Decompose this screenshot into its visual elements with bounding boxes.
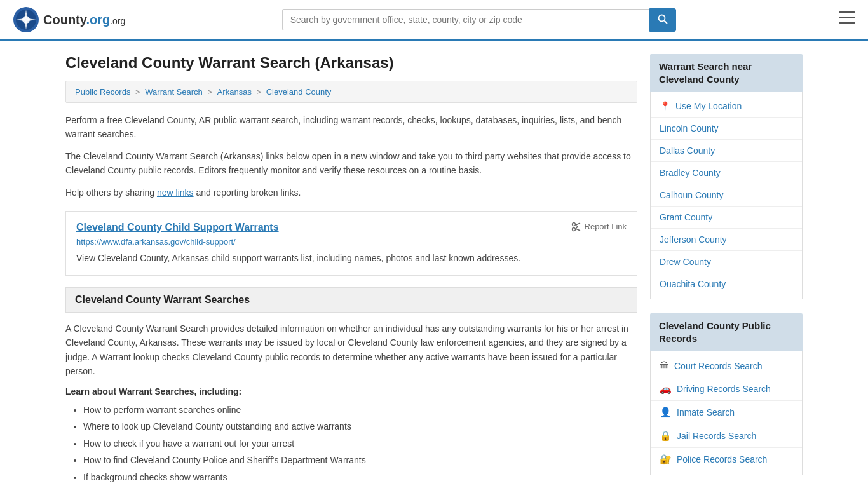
warrant-searches-header: Cleveland County Warrant Searches bbox=[65, 287, 637, 313]
breadcrumb-public-records[interactable]: Public Records bbox=[75, 87, 130, 97]
menu-button[interactable] bbox=[839, 11, 855, 28]
svg-line-15 bbox=[576, 229, 580, 231]
public-records-item: 👤Inmate Search bbox=[651, 402, 802, 423]
divider bbox=[651, 184, 802, 184]
svg-line-17 bbox=[576, 227, 578, 229]
sidebar: Warrant Search near Cleveland County 📍Us… bbox=[650, 54, 803, 488]
nearby-item: 📍Use My Location bbox=[651, 97, 802, 116]
breadcrumb-arkansas[interactable]: Arkansas bbox=[217, 87, 252, 97]
learn-list-item: How to check if you have a warrant out f… bbox=[83, 435, 637, 452]
nearby-item: Grant County bbox=[651, 208, 802, 227]
public-records-link[interactable]: Driving Records Search bbox=[677, 384, 771, 394]
search-icon bbox=[658, 14, 668, 24]
nearby-link[interactable]: Jefferson County bbox=[660, 234, 727, 245]
public-records-link[interactable]: Jail Records Search bbox=[677, 431, 756, 441]
breadcrumb: Public Records > Warrant Search > Arkans… bbox=[65, 81, 637, 103]
nearby-list: 📍Use My LocationLincoln CountyDallas Cou… bbox=[650, 92, 803, 299]
divider bbox=[651, 139, 802, 140]
nearby-link[interactable]: Dallas County bbox=[660, 146, 715, 156]
nearby-link[interactable]: Drew County bbox=[660, 257, 711, 267]
intro-text-1: Perform a free Cleveland County, AR publ… bbox=[65, 113, 637, 142]
divider bbox=[651, 377, 802, 377]
svg-point-12 bbox=[572, 222, 575, 226]
nearby-item: Ouachita County bbox=[651, 274, 802, 294]
nearby-item: Drew County bbox=[651, 252, 802, 271]
public-records-link[interactable]: Inmate Search bbox=[677, 407, 735, 417]
warrant-link-title[interactable]: Cleveland County Child Support Warrants bbox=[76, 222, 279, 233]
nearby-item: Lincoln County bbox=[651, 119, 802, 138]
divider bbox=[651, 161, 802, 162]
learn-list-item: Where to look up Cleveland County outsta… bbox=[83, 418, 637, 435]
location-icon: 📍 bbox=[660, 101, 670, 111]
warrant-link-url: https://www.dfa.arkansas.gov/child-suppo… bbox=[76, 237, 627, 247]
svg-line-14 bbox=[576, 223, 580, 225]
public-records-section: Cleveland County Public Records 🏛Court R… bbox=[650, 313, 803, 475]
public-records-item: 🏛Court Records Search bbox=[651, 356, 802, 376]
search-button[interactable] bbox=[649, 8, 676, 32]
breadcrumb-cleveland-county[interactable]: Cleveland County bbox=[266, 87, 332, 97]
divider bbox=[651, 206, 802, 207]
page-title: Cleveland County Warrant Search (Arkansa… bbox=[65, 54, 637, 72]
learn-list-item: How to find Cleveland County Police and … bbox=[83, 452, 637, 469]
lock-icon: 🔒 bbox=[660, 430, 672, 442]
intro-text-3: Help others by sharing new links and rep… bbox=[65, 186, 637, 200]
logo[interactable]: County.org.org bbox=[13, 6, 125, 33]
svg-rect-9 bbox=[839, 11, 855, 13]
scissors-icon bbox=[571, 222, 581, 232]
report-link-button[interactable]: Report Link bbox=[571, 222, 627, 232]
public-records-link[interactable]: Court Records Search bbox=[674, 361, 763, 371]
svg-point-7 bbox=[658, 15, 665, 21]
public-records-list: 🏛Court Records Search🚗Driving Records Se… bbox=[650, 351, 803, 475]
report-link-label: Report Link bbox=[585, 222, 627, 231]
svg-point-13 bbox=[572, 227, 575, 231]
public-records-item: 🔐Police Records Search bbox=[651, 449, 802, 470]
car-icon: 🚗 bbox=[660, 383, 672, 395]
content-area: Cleveland County Warrant Search (Arkansa… bbox=[65, 54, 637, 488]
public-records-item: 🚗Driving Records Search bbox=[651, 379, 802, 399]
nearby-section-title: Warrant Search near Cleveland County bbox=[650, 54, 803, 92]
svg-rect-11 bbox=[839, 22, 855, 24]
nearby-link[interactable]: Use My Location bbox=[675, 101, 742, 111]
public-records-title: Cleveland County Public Records bbox=[650, 313, 803, 351]
nearby-link[interactable]: Ouachita County bbox=[660, 279, 726, 289]
learn-section: Learn about Warrant Searches, including:… bbox=[65, 386, 637, 486]
new-links-link[interactable]: new links bbox=[157, 187, 194, 198]
nearby-section: Warrant Search near Cleveland County 📍Us… bbox=[650, 54, 803, 299]
hamburger-icon bbox=[839, 11, 855, 24]
nearby-link[interactable]: Lincoln County bbox=[660, 123, 719, 133]
breadcrumb-warrant-search[interactable]: Warrant Search bbox=[145, 87, 203, 97]
svg-line-16 bbox=[576, 225, 578, 227]
warrant-link-desc: View Cleveland County, Arkansas child su… bbox=[76, 252, 627, 265]
public-records-link[interactable]: Police Records Search bbox=[677, 454, 767, 464]
intro-text-2: The Cleveland County Warrant Search (Ark… bbox=[65, 149, 637, 178]
nearby-link[interactable]: Bradley County bbox=[660, 168, 721, 178]
warrant-link-box: Cleveland County Child Support Warrants … bbox=[65, 211, 637, 276]
police-icon: 🔐 bbox=[660, 454, 672, 465]
nearby-link[interactable]: Grant County bbox=[660, 212, 712, 222]
nearby-link[interactable]: Calhoun County bbox=[660, 190, 723, 200]
inmate-icon: 👤 bbox=[660, 407, 672, 418]
learn-list-item: How to perform warrant searches online bbox=[83, 402, 637, 419]
divider bbox=[651, 228, 802, 229]
divider bbox=[651, 250, 802, 251]
divider bbox=[651, 117, 802, 118]
divider bbox=[651, 447, 802, 448]
nearby-item: Dallas County bbox=[651, 141, 802, 160]
search-bar bbox=[282, 8, 676, 32]
learn-title: Learn about Warrant Searches, including: bbox=[65, 386, 637, 396]
court-icon: 🏛 bbox=[660, 360, 669, 371]
nearby-item: Calhoun County bbox=[651, 186, 802, 205]
nearby-item: Jefferson County bbox=[651, 230, 802, 249]
logo-text: County.org.org bbox=[43, 13, 125, 27]
search-input[interactable] bbox=[282, 9, 649, 30]
svg-rect-10 bbox=[839, 17, 855, 18]
divider bbox=[651, 424, 802, 424]
nearby-item: Bradley County bbox=[651, 163, 802, 182]
learn-list-item: If background checks show warrants bbox=[83, 469, 637, 486]
learn-list: How to perform warrant searches onlineWh… bbox=[65, 402, 637, 486]
public-records-item: 🔒Jail Records Search bbox=[651, 426, 802, 446]
svg-line-8 bbox=[664, 20, 667, 24]
divider bbox=[651, 400, 802, 401]
warrant-searches-body: A Cleveland County Warrant Search provid… bbox=[65, 322, 637, 379]
divider bbox=[651, 273, 802, 273]
